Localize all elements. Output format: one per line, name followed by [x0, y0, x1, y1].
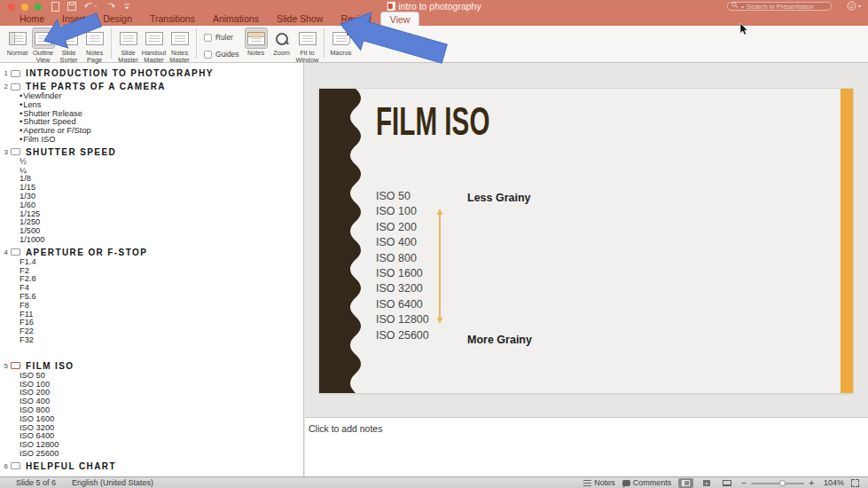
tab-slide-show[interactable]: Slide Show — [268, 12, 332, 26]
comments-icon — [622, 480, 630, 486]
outline-item[interactable]: 1/15 — [20, 184, 303, 193]
outline-item[interactable]: F1.4 — [20, 258, 303, 267]
outline-item[interactable]: F5.6 — [20, 293, 303, 302]
undo-icon[interactable] — [84, 2, 98, 11]
outline-item[interactable]: ISO 100 — [20, 381, 303, 390]
notes-placeholder[interactable]: Click to add notes — [309, 423, 868, 434]
comments-toggle[interactable]: Comments — [622, 478, 672, 487]
feedback-smiley-icon[interactable]: ▾ — [847, 1, 861, 11]
outline-item[interactable]: ¼ — [20, 167, 303, 176]
tab-view[interactable]: View — [380, 12, 420, 26]
zoom-in-button[interactable]: + — [809, 478, 814, 488]
slide[interactable]: FILM ISO ISO 50ISO 100ISO 200ISO 400ISO … — [319, 89, 853, 393]
save-icon[interactable] — [67, 2, 76, 11]
outline-item[interactable]: 1/1000 — [20, 236, 303, 245]
notes-page-button[interactable]: Notes Page — [82, 26, 107, 64]
slide-thumbnail-icon[interactable] — [11, 148, 20, 155]
language-indicator[interactable]: English (United States) — [72, 478, 153, 487]
outline-item[interactable]: ISO 200 — [20, 389, 303, 397]
outline-item[interactable]: ISO 400 — [20, 397, 303, 406]
tab-design[interactable]: Design — [94, 12, 141, 26]
slide-title[interactable]: FILM ISO — [376, 100, 489, 144]
outline-item[interactable]: ISO 12800 — [20, 441, 303, 450]
outline-item[interactable]: 1/125 — [20, 210, 303, 219]
outline-item[interactable]: F2.8 — [20, 275, 303, 284]
fit-slide-to-window-icon[interactable] — [851, 479, 859, 487]
outline-item[interactable]: F11 — [20, 311, 303, 319]
outline-view-button[interactable]: Outline View — [31, 26, 56, 64]
outline-item[interactable]: ISO 800 — [20, 406, 303, 415]
outline-item[interactable]: 1/8 — [20, 175, 303, 184]
notes-master-button[interactable]: Notes Master — [168, 26, 192, 64]
outline-slide-title[interactable]: SHUTTER SPEED — [26, 147, 116, 157]
outline-item[interactable]: F32 — [20, 336, 303, 345]
outline-item[interactable]: ISO 1600 — [20, 415, 303, 424]
outline-panel[interactable]: 1 INTRODUCTION TO PHOTOGRAPHY 2 THE PART… — [0, 63, 304, 476]
notes-toggle-label: Notes — [594, 478, 615, 487]
slide-thumbnail-icon[interactable] — [11, 362, 20, 369]
zoom-window-button[interactable] — [35, 4, 42, 11]
less-grainy-label[interactable]: Less Grainy — [467, 192, 531, 204]
outline-item[interactable]: ½ — [20, 158, 303, 167]
outline-item[interactable]: ISO 25600 — [20, 450, 303, 459]
close-window-button[interactable] — [8, 4, 15, 11]
slide-thumbnail-icon[interactable] — [11, 70, 20, 77]
zoom-button[interactable]: Zoom — [270, 26, 294, 57]
normal-view-button[interactable] — [678, 478, 693, 488]
checkbox[interactable] — [204, 34, 212, 42]
outline-item[interactable]: Film ISO — [20, 136, 303, 145]
outline-slide-title[interactable]: THE PARTS OF A CAMERA — [26, 82, 166, 91]
slide-sorter-view-button[interactable] — [699, 478, 714, 488]
outline-item[interactable]: 1/250 — [20, 218, 303, 227]
notes-toggle[interactable]: Notes — [583, 478, 615, 487]
outline-item[interactable]: F8 — [20, 302, 303, 311]
tab-insert[interactable]: Insert — [53, 12, 94, 26]
redo-icon[interactable] — [106, 2, 115, 11]
tab-home[interactable]: Home — [11, 12, 53, 26]
tab-transitions[interactable]: Transitions — [141, 12, 204, 26]
outline-item[interactable]: 1/500 — [20, 227, 303, 236]
search-input[interactable]: ▾ Search in Presentation — [727, 2, 832, 11]
minimize-window-button[interactable] — [21, 4, 28, 11]
zoom-out-button[interactable]: − — [741, 478, 747, 488]
zoom-percentage[interactable]: 104% — [821, 478, 844, 487]
slideshow-view-button[interactable] — [719, 478, 734, 488]
outline-item[interactable]: F2 — [20, 267, 303, 276]
outline-slide-title[interactable]: INTRODUCTION TO PHOTOGRAPHY — [26, 68, 214, 78]
normal-button[interactable]: Normal — [5, 26, 30, 57]
zoom-slider-thumb[interactable] — [779, 480, 786, 486]
outline-item[interactable]: F16 — [20, 319, 303, 327]
ruler-checkbox[interactable]: Ruler — [204, 32, 243, 43]
outline-item[interactable]: 1/30 — [20, 193, 303, 201]
outline-item[interactable]: F22 — [20, 327, 303, 336]
tab-animations[interactable]: Animations — [204, 12, 268, 26]
slide-iso-list[interactable]: ISO 50ISO 100ISO 200ISO 400ISO 800ISO 16… — [376, 189, 429, 343]
new-document-icon[interactable] — [51, 2, 59, 12]
outline-item[interactable]: Aperture or F/Stop — [20, 127, 303, 136]
customize-toolbar-icon[interactable] — [123, 2, 130, 11]
slide-thumbnail-icon[interactable] — [11, 462, 20, 469]
fit-to-window-button[interactable]: Fit to Window — [295, 26, 320, 64]
notes-button[interactable]: Notes — [244, 26, 269, 57]
outline-slide-title[interactable]: HELPFUL CHART — [26, 461, 116, 471]
handout-master-button[interactable]: Handout Master — [142, 26, 167, 64]
tab-review[interactable]: Review — [332, 12, 379, 26]
notes-panel[interactable]: Click to add notes — [305, 417, 868, 476]
slide-master-button[interactable]: Slide Master — [116, 26, 141, 64]
outline-item[interactable]: ISO 50 — [20, 372, 303, 381]
outline-item[interactable]: 1/60 — [20, 201, 303, 210]
macros-button[interactable]: Macros — [329, 26, 354, 57]
checkbox[interactable] — [204, 51, 212, 59]
outline-item[interactable]: ISO 3200 — [20, 424, 303, 433]
outline-item[interactable]: ISO 6400 — [20, 432, 303, 441]
guides-checkbox[interactable]: Guides — [204, 49, 243, 59]
slide-thumbnail-icon[interactable] — [11, 83, 20, 91]
outline-slide-title[interactable]: APERTURE OR F-STOP — [26, 248, 147, 257]
more-grainy-label[interactable]: More Grainy — [467, 334, 532, 346]
outline-item[interactable]: F4 — [20, 284, 303, 293]
slide-thumbnail-icon[interactable] — [11, 248, 20, 256]
outline-slide-title[interactable]: FILM ISO — [26, 361, 74, 371]
outline-item[interactable]: Viewfinder — [20, 92, 303, 101]
slide-sorter-button[interactable]: Slide Sorter — [57, 26, 82, 64]
zoom-slider[interactable] — [751, 479, 804, 486]
